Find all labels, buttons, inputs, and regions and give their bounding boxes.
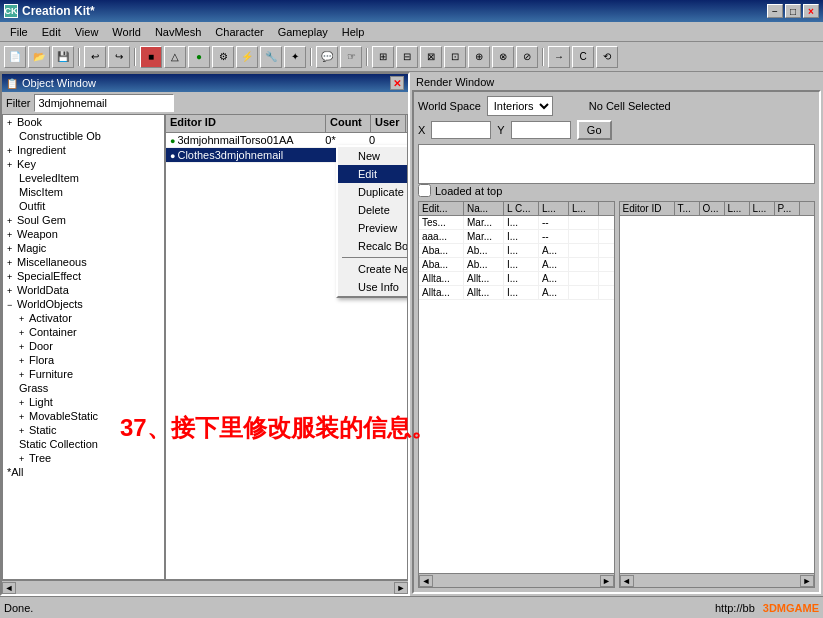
toolbar-btn14[interactable]: ⊕ [468, 46, 490, 68]
toolbar-save[interactable]: 💾 [52, 46, 74, 68]
toolbar-new[interactable]: 📄 [4, 46, 26, 68]
close-button[interactable]: × [803, 4, 819, 18]
tree-item-worlddata[interactable]: +WorldData [3, 283, 164, 297]
menu-character[interactable]: Character [209, 24, 269, 40]
context-menu-new[interactable]: New [338, 147, 408, 165]
tree-item-tree[interactable]: +Tree [3, 451, 164, 465]
context-menu-delete[interactable]: Delete [338, 201, 408, 219]
menu-help[interactable]: Help [336, 24, 371, 40]
context-menu-useinfo[interactable]: Use Info [338, 278, 408, 296]
table-row[interactable]: Aba... Ab... I... A... [419, 244, 614, 258]
left-col-na[interactable]: Na... [464, 202, 504, 215]
menu-gameplay[interactable]: Gameplay [272, 24, 334, 40]
tree-item-furniture[interactable]: +Furniture [3, 367, 164, 381]
tree-item-all[interactable]: *All [3, 465, 164, 479]
x-input[interactable] [431, 121, 491, 139]
toolbar-btn7[interactable]: ✦ [284, 46, 306, 68]
tree-item-worldobjects[interactable]: −WorldObjects [3, 297, 164, 311]
tree-item-weapon[interactable]: +Weapon [3, 227, 164, 241]
object-window-close[interactable]: ✕ [390, 76, 404, 90]
left-col-l[interactable]: L... [539, 202, 569, 215]
left-table-scrollbar[interactable]: ◄ ► [419, 573, 614, 587]
toolbar-btn8[interactable]: 💬 [316, 46, 338, 68]
tree-item-door[interactable]: +Door [3, 339, 164, 353]
tree-item-light[interactable]: +Light [3, 395, 164, 409]
list-header-editorid[interactable]: Editor ID [166, 115, 326, 132]
cell-tables: Edit... Na... L C... L... L... Tes... Ma… [418, 201, 815, 588]
left-col-lc[interactable]: L C... [504, 202, 539, 215]
context-menu-recalcbounds[interactable]: Recalc Bounds [338, 237, 408, 255]
table-row[interactable]: Allta... Allt... I... A... [419, 272, 614, 286]
tree-item-outfit[interactable]: Outfit [3, 199, 164, 213]
right-col-o[interactable]: O... [700, 202, 725, 215]
world-space-select[interactable]: Interiors [487, 96, 553, 116]
loaded-at-top-checkbox[interactable] [418, 184, 431, 197]
go-button[interactable]: Go [577, 120, 612, 140]
context-menu-preview[interactable]: Preview [338, 219, 408, 237]
tree-item-container[interactable]: +Container [3, 325, 164, 339]
toolbar-btn6[interactable]: 🔧 [260, 46, 282, 68]
tree-item-misc[interactable]: +Miscellaneous [3, 255, 164, 269]
menu-view[interactable]: View [69, 24, 105, 40]
minimize-button[interactable]: − [767, 4, 783, 18]
object-window-title: Object Window [22, 77, 96, 89]
right-table-scrollbar[interactable]: ◄ ► [620, 573, 815, 587]
object-window-scrollbar-h[interactable]: ◄ ► [2, 580, 408, 594]
context-menu-createnew[interactable]: Create New Object Window [338, 260, 408, 278]
menu-edit[interactable]: Edit [36, 24, 67, 40]
toolbar-btn2[interactable]: △ [164, 46, 186, 68]
toolbar-btn5[interactable]: ⚡ [236, 46, 258, 68]
toolbar-btn13[interactable]: ⊡ [444, 46, 466, 68]
toolbar-btn16[interactable]: ⊘ [516, 46, 538, 68]
toolbar-btn19[interactable]: ⟲ [596, 46, 618, 68]
y-input[interactable] [511, 121, 571, 139]
left-col-l2[interactable]: L... [569, 202, 599, 215]
toolbar-btn3[interactable]: ● [188, 46, 210, 68]
table-row[interactable]: Tes... Mar... I... -- [419, 216, 614, 230]
tree-item-soulgem[interactable]: +Soul Gem [3, 213, 164, 227]
table-row[interactable]: Allta... Allt... I... A... [419, 286, 614, 300]
toolbar-redo[interactable]: ↪ [108, 46, 130, 68]
right-col-l2[interactable]: L... [750, 202, 775, 215]
toolbar-btn18[interactable]: C [572, 46, 594, 68]
tree-item-miscitem[interactable]: MiscItem [3, 185, 164, 199]
tree-item-key[interactable]: +Key [3, 157, 164, 171]
toolbar-btn12[interactable]: ⊠ [420, 46, 442, 68]
filter-input[interactable] [34, 94, 174, 112]
tree-item-magic[interactable]: +Magic [3, 241, 164, 255]
toolbar-btn4[interactable]: ⚙ [212, 46, 234, 68]
tree-item-grass[interactable]: Grass [3, 381, 164, 395]
tree-item-constructible[interactable]: Constructible Ob [3, 129, 164, 143]
tree-item-specialeffect[interactable]: +SpecialEffect [3, 269, 164, 283]
menu-navmesh[interactable]: NavMesh [149, 24, 207, 40]
object-window-titlebar: 📋 Object Window ✕ [2, 74, 408, 92]
context-menu-edit[interactable]: Edit [338, 165, 408, 183]
tree-item-book[interactable]: +Book [3, 115, 164, 129]
left-col-edit[interactable]: Edit... [419, 202, 464, 215]
context-menu-duplicate[interactable]: Duplicate [338, 183, 408, 201]
toolbar-btn17[interactable]: → [548, 46, 570, 68]
toolbar-btn1[interactable]: ■ [140, 46, 162, 68]
toolbar-btn11[interactable]: ⊟ [396, 46, 418, 68]
toolbar-btn15[interactable]: ⊗ [492, 46, 514, 68]
tree-item-activator[interactable]: +Activator [3, 311, 164, 325]
toolbar-undo[interactable]: ↩ [84, 46, 106, 68]
toolbar-btn10[interactable]: ⊞ [372, 46, 394, 68]
table-row[interactable]: aaa... Mar... I... -- [419, 230, 614, 244]
menu-world[interactable]: World [106, 24, 147, 40]
maximize-button[interactable]: □ [785, 4, 801, 18]
right-col-t[interactable]: T... [675, 202, 700, 215]
right-col-p[interactable]: P... [775, 202, 800, 215]
right-col-l[interactable]: L... [725, 202, 750, 215]
menu-file[interactable]: File [4, 24, 34, 40]
toolbar-open[interactable]: 📂 [28, 46, 50, 68]
loaded-at-top-label: Loaded at top [435, 185, 502, 197]
toolbar-btn9[interactable]: ☞ [340, 46, 362, 68]
tree-item-leveleditem[interactable]: LeveledItem [3, 171, 164, 185]
tree-item-flora[interactable]: +Flora [3, 353, 164, 367]
tree-item-ingredient[interactable]: +Ingredient [3, 143, 164, 157]
list-header-count[interactable]: Count [326, 115, 371, 132]
list-header-user[interactable]: User [371, 115, 406, 132]
right-col-editorid[interactable]: Editor ID [620, 202, 675, 215]
table-row[interactable]: Aba... Ab... I... A... [419, 258, 614, 272]
